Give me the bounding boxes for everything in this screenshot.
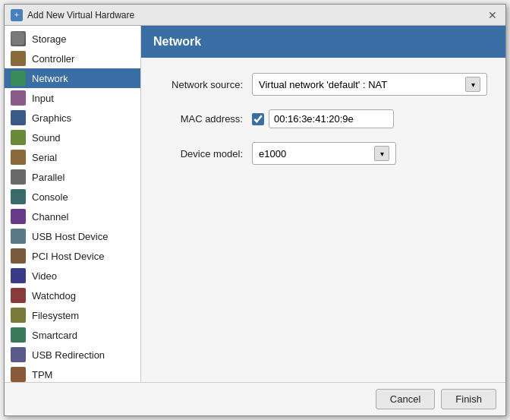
network-source-value: Virtual network 'default' : NAT bbox=[259, 79, 387, 90]
device-model-value: e1000 bbox=[259, 148, 286, 159]
main-header: Network bbox=[141, 26, 505, 58]
svg-rect-11 bbox=[12, 250, 24, 262]
mac-address-input[interactable] bbox=[269, 109, 394, 128]
serial-icon bbox=[11, 150, 26, 165]
device-model-row: Device model: e1000 ▾ bbox=[153, 142, 493, 165]
console-icon bbox=[11, 189, 26, 204]
svg-rect-0 bbox=[12, 33, 24, 45]
sidebar-item-usb-redir[interactable]: USB Redirection bbox=[5, 345, 140, 365]
usb-host-icon bbox=[11, 229, 26, 244]
sidebar-label-network: Network bbox=[32, 73, 68, 84]
sidebar-item-graphics[interactable]: Graphics bbox=[5, 108, 140, 128]
sidebar-label-storage: Storage bbox=[32, 33, 67, 45]
device-model-dropdown[interactable]: e1000 ▾ bbox=[252, 142, 396, 165]
network-source-arrow: ▾ bbox=[465, 77, 480, 92]
svg-rect-8 bbox=[12, 191, 24, 203]
mac-address-row: MAC address: bbox=[153, 109, 493, 128]
pci-host-icon bbox=[11, 248, 26, 264]
sidebar-item-serial[interactable]: Serial bbox=[5, 147, 140, 167]
sidebar-label-sound: Sound bbox=[32, 132, 61, 144]
sidebar-item-storage[interactable]: Storage bbox=[5, 29, 140, 49]
svg-rect-3 bbox=[12, 92, 24, 104]
video-icon bbox=[11, 268, 26, 283]
sidebar-label-watchdog: Watchdog bbox=[32, 290, 76, 302]
footer: Cancel Finish bbox=[5, 382, 505, 415]
sidebar-item-video[interactable]: Video bbox=[5, 266, 140, 286]
sidebar-label-parallel: Parallel bbox=[32, 172, 65, 183]
sidebar: StorageControllerNetworkInputGraphicsSou… bbox=[5, 26, 141, 382]
network-source-label: Network source: bbox=[153, 79, 252, 90]
sidebar-item-channel[interactable]: Channel bbox=[5, 207, 140, 226]
mac-checkbox[interactable] bbox=[252, 113, 264, 125]
sidebar-item-sound[interactable]: Sound bbox=[5, 128, 140, 147]
usb-redir-icon bbox=[11, 347, 26, 362]
sidebar-item-filesystem[interactable]: Filesystem bbox=[5, 305, 140, 325]
main-body: Network source: Virtual network 'default… bbox=[141, 58, 505, 382]
svg-rect-2 bbox=[12, 72, 24, 84]
window-title: Add New Virtual Hardware bbox=[27, 10, 134, 21]
watchdog-icon bbox=[11, 288, 26, 303]
parallel-icon bbox=[11, 169, 26, 185]
sidebar-item-usb-host[interactable]: USB Host Device bbox=[5, 226, 140, 246]
svg-rect-5 bbox=[12, 131, 24, 144]
sidebar-label-video: Video bbox=[32, 270, 57, 282]
graphics-icon bbox=[11, 110, 26, 125]
network-source-row: Network source: Virtual network 'default… bbox=[153, 73, 493, 96]
storage-icon bbox=[11, 31, 26, 46]
sidebar-label-usb-host: USB Host Device bbox=[32, 231, 108, 242]
finish-button[interactable]: Finish bbox=[441, 389, 496, 409]
sidebar-item-tpm[interactable]: TPM bbox=[5, 365, 140, 382]
network-icon bbox=[11, 71, 26, 86]
svg-rect-17 bbox=[12, 368, 24, 381]
sidebar-label-console: Console bbox=[32, 191, 68, 203]
svg-rect-9 bbox=[12, 210, 24, 223]
sidebar-label-input: Input bbox=[32, 93, 54, 104]
svg-rect-15 bbox=[12, 329, 24, 341]
sidebar-item-pci-host[interactable]: PCI Host Device bbox=[5, 246, 140, 266]
content-area: StorageControllerNetworkInputGraphicsSou… bbox=[5, 26, 505, 382]
sidebar-label-tpm: TPM bbox=[32, 369, 52, 381]
svg-rect-14 bbox=[12, 309, 24, 321]
titlebar-left: + Add New Virtual Hardware bbox=[11, 9, 134, 21]
sidebar-item-smartcard[interactable]: Smartcard bbox=[5, 325, 140, 345]
smartcard-icon bbox=[11, 327, 26, 343]
svg-rect-13 bbox=[12, 289, 24, 302]
sidebar-label-smartcard: Smartcard bbox=[32, 330, 77, 341]
svg-rect-12 bbox=[12, 270, 24, 282]
sidebar-item-parallel[interactable]: Parallel bbox=[5, 167, 140, 187]
sidebar-label-usb-redir: USB Redirection bbox=[32, 349, 105, 361]
titlebar-icon: + bbox=[11, 9, 23, 21]
channel-icon bbox=[11, 209, 26, 224]
sidebar-item-input[interactable]: Input bbox=[5, 88, 140, 108]
input-icon bbox=[11, 90, 26, 106]
network-source-dropdown[interactable]: Virtual network 'default' : NAT ▾ bbox=[252, 73, 487, 96]
sound-icon bbox=[11, 130, 26, 145]
close-button[interactable]: ✕ bbox=[486, 8, 499, 22]
sidebar-label-controller: Controller bbox=[32, 53, 74, 65]
sidebar-label-serial: Serial bbox=[32, 152, 57, 163]
main-title: Network bbox=[153, 35, 201, 49]
mac-address-label: MAC address: bbox=[153, 113, 252, 125]
svg-rect-4 bbox=[12, 112, 24, 124]
cancel-button[interactable]: Cancel bbox=[376, 389, 435, 409]
device-model-label: Device model: bbox=[153, 148, 252, 159]
titlebar: + Add New Virtual Hardware ✕ bbox=[5, 5, 505, 26]
svg-rect-7 bbox=[12, 171, 24, 183]
sidebar-label-filesystem: Filesystem bbox=[32, 310, 79, 321]
sidebar-label-graphics: Graphics bbox=[32, 112, 71, 124]
mac-address-controls bbox=[252, 109, 394, 128]
sidebar-label-pci-host: PCI Host Device bbox=[32, 251, 104, 262]
main-panel: Network Network source: Virtual network … bbox=[141, 26, 505, 382]
sidebar-item-controller[interactable]: Controller bbox=[5, 49, 140, 68]
controller-icon bbox=[11, 51, 26, 66]
filesystem-icon bbox=[11, 308, 26, 323]
tpm-icon bbox=[11, 367, 26, 382]
svg-rect-1 bbox=[12, 52, 24, 65]
device-model-arrow: ▾ bbox=[374, 146, 389, 161]
window: + Add New Virtual Hardware ✕ StorageCont… bbox=[4, 4, 506, 416]
sidebar-item-network[interactable]: Network bbox=[5, 68, 140, 88]
sidebar-item-watchdog[interactable]: Watchdog bbox=[5, 286, 140, 305]
svg-rect-16 bbox=[12, 349, 24, 361]
sidebar-item-console[interactable]: Console bbox=[5, 187, 140, 207]
svg-rect-6 bbox=[12, 151, 24, 163]
